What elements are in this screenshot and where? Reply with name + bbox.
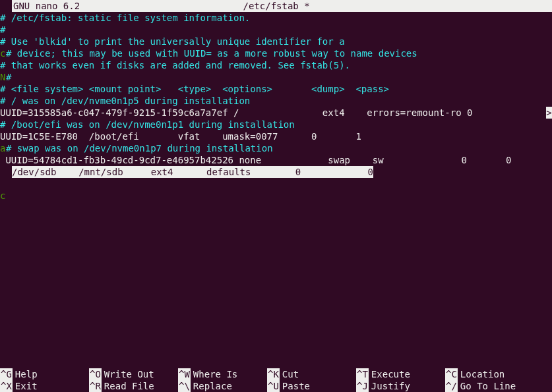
file-line: # <file system> <mount point> <type> <op… bbox=[0, 83, 552, 95]
shortcut-whereis[interactable]: ^WWhere Is bbox=[178, 368, 267, 380]
shortcut-row-1: ^GHelp ^OWrite Out ^WWhere Is ^KCut ^TEx… bbox=[0, 368, 552, 380]
shortcut-paste[interactable]: ^UPaste bbox=[267, 380, 356, 392]
file-line: a# swap was on /dev/nvme0n1p7 during ins… bbox=[0, 142, 552, 154]
file-line: N# bbox=[0, 71, 552, 83]
editor-content[interactable]: # /etc/fstab: static file system informa… bbox=[0, 12, 552, 178]
filename: /etc/fstab * bbox=[80, 0, 473, 12]
app-name: GNU nano 6.2 bbox=[12, 0, 80, 12]
file-line: UUID=54784cd1-fb3b-49cd-9cd7-e46957b4252… bbox=[0, 154, 552, 166]
cursor-line[interactable]: /dev/sdb /mnt/sdb ext4 defaults 0 0 bbox=[0, 166, 552, 178]
shortcut-replace[interactable]: ^\Replace bbox=[178, 380, 267, 392]
shortcut-help[interactable]: ^GHelp bbox=[0, 368, 89, 380]
file-line: UUID=315585a6-c047-479f-9215-1f59c6a7a7e… bbox=[0, 107, 552, 119]
editor-titlebar: GNU nano 6.2 /etc/fstab * bbox=[0, 0, 552, 12]
shortcut-justify[interactable]: ^JJustify bbox=[356, 380, 445, 392]
shortcut-bar: ^GHelp ^OWrite Out ^WWhere Is ^KCut ^TEx… bbox=[0, 368, 552, 392]
file-line: # / was on /dev/nvme0n1p5 during install… bbox=[0, 95, 552, 107]
file-line: # that works even if disks are added and… bbox=[0, 59, 552, 71]
shortcut-execute[interactable]: ^TExecute bbox=[356, 368, 445, 380]
overflow-icon: > bbox=[546, 107, 552, 119]
shortcut-exit[interactable]: ^XExit bbox=[0, 380, 89, 392]
file-line: # Use 'blkid' to print the universally u… bbox=[0, 36, 552, 47]
file-line: # /etc/fstab: static file system informa… bbox=[0, 12, 552, 24]
shortcut-writeout[interactable]: ^OWrite Out bbox=[89, 368, 178, 380]
shortcut-cut[interactable]: ^KCut bbox=[267, 368, 356, 380]
file-line: c# device; this may be used with UUID= a… bbox=[0, 47, 552, 59]
terminal-window: GNU nano 6.2 /etc/fstab * # /etc/fstab: … bbox=[0, 0, 552, 392]
shortcut-gotoline[interactable]: ^/Go To Line bbox=[445, 380, 534, 392]
file-line: # /boot/efi was on /dev/nvme0n1p1 during… bbox=[0, 119, 552, 130]
shortcut-readfile[interactable]: ^RRead File bbox=[89, 380, 178, 392]
file-line: # bbox=[0, 24, 552, 36]
shortcut-location[interactable]: ^CLocation bbox=[445, 368, 534, 380]
shortcut-row-2: ^XExit ^RRead File ^\Replace ^UPaste ^JJ… bbox=[0, 380, 552, 392]
file-line: UUID=1C5E-E780 /boot/efi vfat umask=0077… bbox=[0, 130, 552, 142]
